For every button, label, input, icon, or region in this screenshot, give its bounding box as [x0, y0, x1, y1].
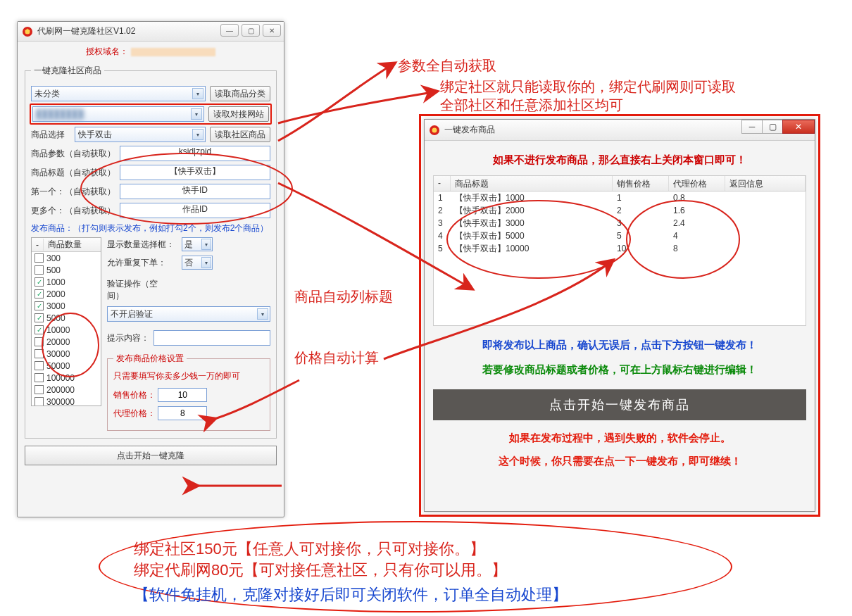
chevron-down-icon: ▾ [191, 108, 202, 120]
app-icon [22, 26, 33, 37]
confirm-msg: 即将发布以上商品，确认无误后，点击下方按钮一键发布！ [432, 339, 808, 352]
verify-combo[interactable]: 不开启验证▾ [107, 306, 270, 322]
col-index: - [434, 176, 451, 191]
repeat-label: 允许重复下单： [107, 257, 177, 269]
table-row[interactable]: 4【快手双击】500054 [434, 230, 806, 242]
qty-item[interactable]: ✓10000 [32, 324, 101, 336]
price-settings-group: 发布商品价格设置 只需要填写你卖多少钱一万的即可 销售价格： 代理价格： [107, 353, 270, 431]
checkbox-icon[interactable] [35, 361, 44, 370]
close-button[interactable]: ✕ [263, 24, 281, 37]
sell-price-label: 销售价格： [113, 389, 156, 401]
qty-item[interactable]: 100000 [32, 372, 101, 384]
col-agent-price: 代理价格 [669, 176, 725, 191]
checkbox-icon[interactable] [35, 373, 44, 382]
qty-item[interactable]: 300 [32, 252, 101, 264]
agent-price-input[interactable] [158, 406, 207, 420]
qty-item[interactable]: 300000 [32, 396, 101, 406]
checkbox-icon[interactable] [35, 349, 44, 358]
more-label: 更多个：（自动获取） [31, 205, 115, 217]
col-return-msg: 返回信息 [725, 176, 806, 191]
auth-label: 授权域名： [86, 46, 128, 56]
qty-item[interactable]: ✓1000 [32, 276, 101, 288]
checkbox-icon[interactable] [35, 265, 44, 275]
window-title: 一键发布商品 [444, 124, 495, 136]
checkbox-icon[interactable] [35, 385, 44, 394]
publish-window: 一键发布商品 ─ ▢ ✕ 如果不进行发布商品，那么直接右上关闭本窗口即可！ - … [424, 119, 815, 512]
qty-item[interactable]: ✓5000 [32, 312, 101, 324]
read-site-button[interactable]: 读取对接网站 [208, 106, 269, 122]
app-icon [429, 125, 440, 136]
checkbox-icon[interactable] [35, 253, 44, 263]
maximize-button[interactable]: ▢ [242, 24, 260, 37]
checkbox-icon[interactable]: ✓ [35, 301, 44, 310]
more-field[interactable]: 作品ID [120, 203, 270, 218]
title-field[interactable]: 【快手双击】 [120, 165, 270, 180]
checkbox-icon[interactable]: ✓ [35, 325, 44, 334]
checkbox-icon[interactable]: ✓ [35, 277, 44, 287]
show-qty-combo[interactable]: 是▾ [182, 237, 213, 251]
annotation-auto-process: 【软件免挂机，克隆对接好后即可关闭软件，订单全自动处理】 [134, 584, 568, 605]
category-combo[interactable]: 未分类 ▾ [31, 86, 206, 101]
chevron-down-icon: ▾ [257, 308, 268, 320]
annotation-auto-title: 商品自动列标题 [294, 287, 393, 306]
qty-item[interactable]: 200000 [32, 384, 101, 396]
chevron-down-icon: ▾ [201, 239, 211, 250]
titlebar[interactable]: 一键发布商品 ─ ▢ ✕ [425, 120, 815, 141]
fail-msg-1: 如果在发布过程中，遇到失败的，软件会停止。 [432, 432, 808, 445]
qty-item[interactable]: ✓2000 [32, 288, 101, 300]
first-label: 第一个：（自动获取） [31, 186, 115, 198]
read-community-button[interactable]: 读取社区商品 [210, 127, 270, 142]
sell-price-input[interactable] [158, 388, 207, 402]
annotation-bind-line2: 全部社区和任意添加社区均可 [440, 96, 623, 115]
col-sell-price: 销售价格 [613, 176, 669, 191]
qty-item[interactable]: 30000 [32, 348, 101, 360]
product-select-label: 商品选择 [31, 129, 70, 141]
checkbox-icon[interactable]: ✓ [35, 313, 44, 322]
repeat-combo[interactable]: 否▾ [182, 256, 213, 270]
first-field[interactable]: 快手ID [120, 184, 270, 199]
qty-header: 商品数量 [43, 239, 101, 251]
param-field[interactable]: ksid|zpid [120, 146, 270, 161]
table-row[interactable]: 1【快手双击】100010.8 [434, 191, 806, 204]
qty-item[interactable]: 50000 [32, 360, 101, 372]
minimize-button[interactable]: ─ [741, 120, 763, 134]
site-combo[interactable]: ████████ ▾ [32, 106, 204, 122]
quantity-list[interactable]: -商品数量 300500✓1000✓2000✓3000✓5000✓1000020… [31, 237, 101, 406]
annotation-price-community: 绑定社区150元【任意人可对接你，只可对接你。】 [134, 539, 485, 560]
publish-window-highlight: 一键发布商品 ─ ▢ ✕ 如果不进行发布商品，那么直接右上关闭本窗口即可！ - … [419, 114, 820, 517]
start-publish-button[interactable]: 点击开始一键发布商品 [433, 389, 806, 420]
tip-label: 提示内容： [107, 332, 149, 344]
agent-price-label: 代理价格： [113, 408, 156, 420]
table-row[interactable]: 5【快手双击】10000108 [434, 242, 806, 255]
auth-domain-obscured [131, 48, 215, 56]
table-row[interactable]: 3【快手双击】300032.4 [434, 217, 806, 230]
table-row[interactable]: 2【快手双击】200021.6 [434, 204, 806, 217]
maximize-button[interactable]: ▢ [762, 120, 783, 134]
price-hint: 只需要填写你卖多少钱一万的即可 [113, 370, 264, 382]
product-combo[interactable]: 快手双击 ▾ [75, 127, 206, 142]
read-category-button[interactable]: 读取商品分类 [210, 86, 270, 101]
tip-input[interactable] [154, 330, 270, 346]
checkbox-icon[interactable]: ✓ [35, 289, 44, 298]
edit-msg: 若要修改商品标题或者价格，可在上方鼠标右键进行编辑！ [432, 363, 808, 377]
price-legend: 发布商品价格设置 [113, 353, 187, 365]
products-table[interactable]: - 商品标题 销售价格 代理价格 返回信息 1【快手双击】100010.82【快… [433, 175, 806, 326]
window-title: 代刷网一键克隆社区V1.02 [37, 25, 135, 37]
close-button[interactable]: ✕ [782, 120, 815, 134]
chevron-down-icon: ▾ [201, 257, 211, 268]
annotation-params: 参数全自动获取 [398, 56, 496, 75]
start-clone-button[interactable]: 点击开始一键克隆 [25, 446, 277, 465]
qty-item[interactable]: ✓3000 [32, 300, 101, 312]
red-notice: 如果不进行发布商品，那么直接右上关闭本窗口即可！ [425, 141, 815, 175]
clone-products-group: 一键克隆社区商品 未分类 ▾ 读取商品分类 ████████ ▾ 读取对接网站 … [25, 65, 277, 439]
fail-msg-2: 这个时候，你只需要在点一下一键发布，即可继续！ [432, 455, 808, 468]
annotation-price-proxy: 绑定代刷网80元【可对接任意社区，只有你可以用。】 [134, 560, 507, 581]
minimize-button[interactable]: — [220, 24, 239, 37]
checkbox-icon[interactable] [35, 337, 44, 346]
svg-point-3 [432, 127, 437, 132]
titlebar[interactable]: 代刷网一键克隆社区V1.02 — ▢ ✕ [18, 22, 284, 42]
qty-item[interactable]: 20000 [32, 336, 101, 348]
qty-item[interactable]: 500 [32, 264, 101, 276]
publish-hint: 发布商品：（打勾则表示发布，例如打勾2个，则发布2个商品） [31, 222, 270, 234]
checkbox-icon[interactable] [35, 397, 44, 406]
